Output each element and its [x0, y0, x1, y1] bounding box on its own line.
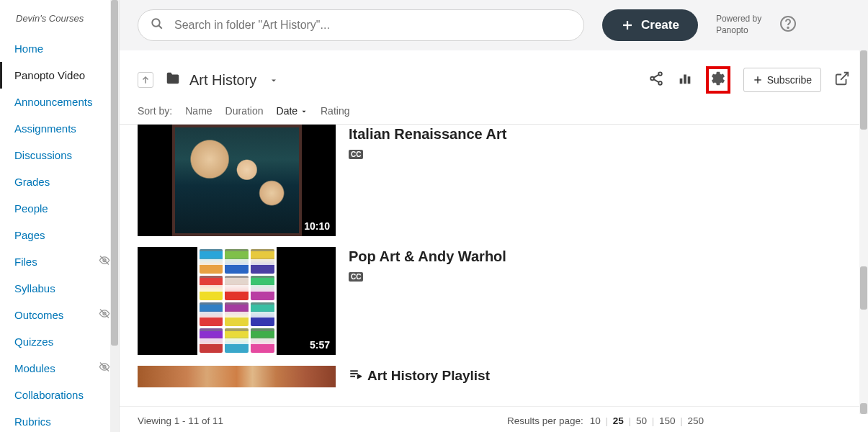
sidebar-item-panopto-video[interactable]: Panopto Video	[0, 62, 119, 89]
sidebar-item-quizzes[interactable]: Quizzes	[0, 328, 119, 355]
video-row[interactable]: Art History Playlist	[120, 366, 868, 387]
content-scrollbar[interactable]	[859, 50, 868, 414]
video-list: 10:10 Italian Renaissance Art CC 5:57	[120, 125, 868, 406]
svg-point-14	[650, 77, 654, 81]
search-icon	[151, 17, 164, 33]
sort-duration[interactable]: Duration	[225, 105, 264, 117]
open-external-icon[interactable]	[834, 71, 850, 89]
hidden-icon	[99, 254, 110, 269]
sort-name[interactable]: Name	[185, 105, 212, 117]
help-icon[interactable]	[779, 15, 797, 35]
sidebar-item-collaborations[interactable]: Collaborations	[0, 382, 119, 408]
svg-point-11	[787, 27, 789, 29]
viewing-count: Viewing 1 - 11 of 11	[138, 415, 507, 426]
course-sidebar: Devin's Courses HomePanopto VideoAnnounc…	[0, 0, 120, 432]
folder-bar: Art History	[120, 50, 868, 101]
powered-by-text: Powered by Panopto	[716, 14, 761, 36]
courses-label: Devin's Courses	[0, 10, 119, 35]
video-title[interactable]: Italian Renaissance Art	[349, 126, 506, 143]
sidebar-item-files[interactable]: Files	[0, 248, 119, 275]
sidebar-scroll-thumb[interactable]	[111, 0, 118, 346]
sidebar-scrollbar[interactable]	[110, 0, 119, 432]
sidebar-item-discussions[interactable]: Discussions	[0, 142, 119, 168]
svg-rect-18	[679, 78, 682, 84]
rpp-50[interactable]: 50	[634, 415, 649, 426]
sort-rating[interactable]: Rating	[321, 105, 349, 117]
sidebar-item-assignments[interactable]: Assignments	[0, 115, 119, 142]
video-thumbnail[interactable]: 10:10	[138, 125, 336, 236]
svg-line-16	[653, 75, 658, 78]
svg-rect-20	[687, 76, 690, 84]
rpp-250[interactable]: 250	[685, 415, 706, 426]
svg-rect-19	[684, 75, 686, 84]
pagination-footer: Viewing 1 - 11 of 11 Results per page: 1…	[120, 406, 868, 432]
video-thumbnail[interactable]: 5:57	[138, 247, 336, 355]
svg-line-17	[653, 79, 658, 82]
sidebar-item-pages[interactable]: Pages	[0, 222, 119, 248]
settings-highlight	[706, 66, 730, 94]
create-label: Create	[641, 18, 679, 32]
sidebar-item-people[interactable]: People	[0, 195, 119, 222]
sort-bar: Sort by: NameDurationDate Rating	[120, 101, 868, 125]
sort-date[interactable]: Date	[277, 105, 308, 117]
share-icon[interactable]	[648, 71, 664, 89]
sidebar-item-grades[interactable]: Grades	[0, 168, 119, 195]
sidebar-item-rubrics[interactable]: Rubrics	[0, 408, 119, 432]
playlist-thumbnail[interactable]	[138, 366, 336, 387]
svg-line-7	[158, 25, 162, 29]
rpp-10[interactable]: 10	[588, 415, 603, 426]
gear-icon[interactable]	[710, 71, 726, 89]
sidebar-item-modules[interactable]: Modules	[0, 355, 119, 382]
folder-icon	[164, 71, 182, 90]
topbar: Create Powered by Panopto	[120, 0, 868, 50]
up-folder-button[interactable]	[138, 72, 153, 88]
sidebar-item-outcomes[interactable]: Outcomes	[0, 302, 119, 328]
folder-dropdown-caret[interactable]	[269, 72, 278, 89]
hidden-icon	[99, 307, 110, 323]
rpp-25[interactable]: 25	[611, 415, 626, 426]
scroll-arrow-up[interactable]	[860, 50, 867, 130]
sort-label: Sort by:	[138, 105, 172, 117]
video-row[interactable]: 5:57 Pop Art & Andy Warhol CC	[120, 247, 868, 366]
stats-icon[interactable]	[677, 71, 693, 89]
video-duration: 10:10	[304, 220, 330, 232]
thumbnail-image	[197, 247, 277, 355]
rpp-150[interactable]: 150	[657, 415, 678, 426]
video-title[interactable]: Pop Art & Andy Warhol	[349, 248, 506, 265]
playlist-icon	[349, 367, 362, 384]
svg-point-13	[658, 72, 662, 76]
video-duration: 5:57	[310, 339, 330, 351]
sidebar-item-announcements[interactable]: Announcements	[0, 89, 119, 115]
scroll-arrow-down[interactable]	[860, 403, 867, 414]
rpp-label: Results per page:	[507, 415, 583, 426]
video-row[interactable]: 10:10 Italian Renaissance Art CC	[120, 125, 868, 247]
svg-line-23	[841, 73, 848, 80]
sidebar-item-syllabus[interactable]: Syllabus	[0, 275, 119, 302]
playlist-title[interactable]: Art History Playlist	[367, 368, 490, 384]
folder-name[interactable]: Art History	[189, 72, 256, 89]
cc-badge: CC	[349, 272, 363, 282]
hidden-icon	[99, 361, 110, 376]
search-input[interactable]	[138, 9, 584, 41]
create-button[interactable]: Create	[602, 9, 698, 41]
thumbnail-image	[172, 125, 302, 236]
svg-point-15	[658, 81, 662, 85]
sidebar-item-home[interactable]: Home	[0, 35, 119, 62]
cc-badge: CC	[349, 150, 363, 159]
svg-point-6	[152, 19, 160, 27]
content-scroll-thumb[interactable]	[860, 266, 867, 310]
subscribe-button[interactable]: Subscribe	[743, 68, 821, 92]
